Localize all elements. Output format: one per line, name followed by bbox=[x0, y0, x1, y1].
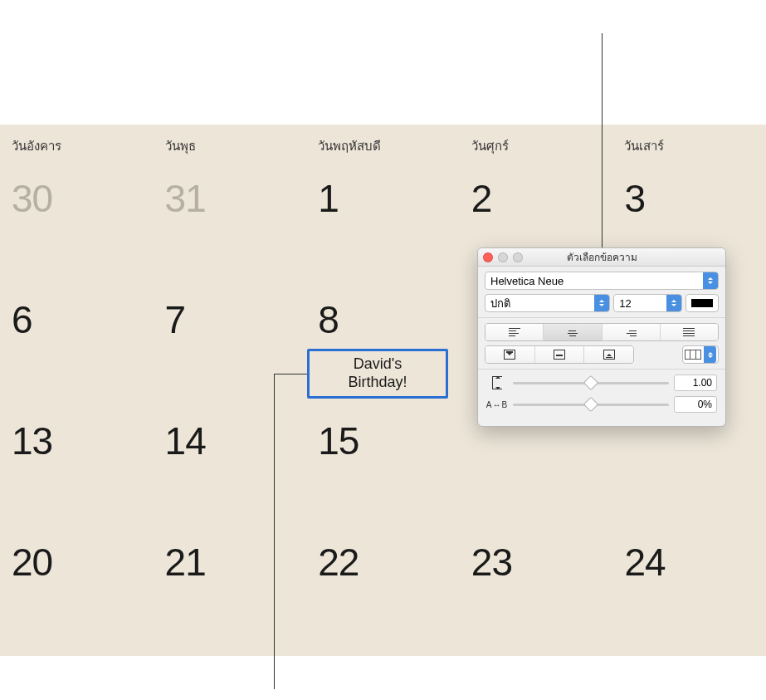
day-number: 31 bbox=[154, 163, 307, 221]
day-header-thu: วันพฤหัสบดี bbox=[306, 125, 460, 163]
font-style-value: ปกติ bbox=[490, 295, 510, 312]
align-center-button[interactable] bbox=[544, 324, 602, 340]
dropdown-stepper-icon bbox=[703, 272, 718, 289]
day-cell[interactable]: 24 bbox=[612, 526, 766, 648]
day-number: 7 bbox=[154, 284, 307, 342]
day-number: 3 bbox=[612, 163, 766, 221]
day-number: 23 bbox=[460, 526, 613, 585]
day-cell[interactable]: 1 bbox=[306, 163, 460, 284]
valign-top-icon bbox=[504, 350, 515, 360]
day-cell[interactable]: 14 bbox=[154, 405, 307, 526]
day-cell[interactable]: 21 bbox=[154, 526, 307, 648]
day-cell[interactable]: 7 bbox=[154, 284, 307, 405]
day-number: 15 bbox=[306, 405, 460, 463]
font-family-value: Helvetica Neue bbox=[490, 275, 564, 287]
valign-middle-icon bbox=[554, 350, 565, 360]
align-left-button[interactable] bbox=[485, 324, 544, 340]
day-number: 8 bbox=[306, 284, 460, 342]
day-header-sat: วันเสาร์ bbox=[612, 125, 766, 163]
line-spacing-slider[interactable] bbox=[513, 376, 669, 389]
day-cell[interactable]: 31 bbox=[154, 163, 307, 284]
event-text-box[interactable]: David's Birthday! bbox=[307, 349, 448, 399]
line-spacing-icon bbox=[486, 376, 508, 389]
day-header-tue: วันอังคาร bbox=[0, 125, 154, 163]
line-spacing-field[interactable]: 1.00 bbox=[674, 374, 717, 391]
day-number: 13 bbox=[0, 405, 154, 463]
day-header-fri: วันศุกร์ bbox=[460, 125, 613, 163]
day-number: 20 bbox=[0, 526, 154, 585]
separator bbox=[478, 369, 725, 370]
day-cell[interactable]: 15 bbox=[306, 405, 460, 526]
day-cell[interactable]: 20 bbox=[0, 526, 154, 648]
day-cell[interactable]: 22 bbox=[306, 526, 460, 648]
horizontal-alignment-group bbox=[485, 323, 719, 341]
day-cell[interactable]: 6 bbox=[0, 284, 154, 405]
align-center-icon bbox=[567, 328, 578, 337]
valign-top-button[interactable] bbox=[485, 346, 535, 363]
day-number: 24 bbox=[612, 526, 766, 585]
font-size-select[interactable]: 12 bbox=[613, 294, 682, 312]
char-spacing-icon: A↔B bbox=[486, 400, 508, 409]
columns-select[interactable] bbox=[682, 345, 719, 364]
dropdown-stepper-icon bbox=[704, 346, 716, 363]
font-size-value: 12 bbox=[619, 297, 631, 310]
valign-middle-button[interactable] bbox=[535, 346, 585, 363]
event-text: David's Birthday! bbox=[348, 355, 407, 391]
char-spacing-slider[interactable] bbox=[513, 398, 669, 411]
panel-title: ตัวเลือกข้อความ bbox=[478, 249, 725, 265]
align-right-button[interactable] bbox=[603, 324, 661, 340]
char-spacing-field[interactable]: 0% bbox=[674, 396, 717, 413]
separator bbox=[478, 317, 725, 318]
columns-icon bbox=[685, 350, 701, 360]
valign-bottom-button[interactable] bbox=[584, 346, 633, 363]
color-swatch bbox=[691, 299, 713, 307]
vertical-alignment-group bbox=[485, 345, 634, 364]
text-color-well[interactable] bbox=[685, 294, 719, 312]
font-family-select[interactable]: Helvetica Neue bbox=[485, 272, 719, 290]
align-justify-icon bbox=[683, 328, 695, 337]
dropdown-stepper-icon bbox=[666, 295, 681, 311]
day-number: 30 bbox=[0, 163, 154, 221]
align-right-icon bbox=[625, 328, 637, 337]
callout-line bbox=[602, 33, 603, 247]
day-cell[interactable]: 23 bbox=[460, 526, 613, 648]
callout-line bbox=[274, 374, 275, 689]
day-header-wed: วันพุธ bbox=[154, 125, 307, 163]
day-number: 21 bbox=[154, 526, 307, 585]
panel-titlebar[interactable]: ตัวเลือกข้อความ bbox=[478, 248, 725, 267]
align-left-icon bbox=[509, 328, 520, 337]
font-style-select[interactable]: ปกติ bbox=[485, 294, 610, 312]
day-number: 1 bbox=[306, 163, 460, 221]
dropdown-stepper-icon bbox=[594, 295, 609, 311]
valign-bottom-icon bbox=[603, 350, 615, 360]
callout-line bbox=[274, 374, 307, 374]
day-number: 2 bbox=[460, 163, 613, 221]
day-cell[interactable]: 30 bbox=[0, 163, 154, 284]
align-justify-button[interactable] bbox=[661, 324, 718, 340]
day-number: 14 bbox=[154, 405, 307, 463]
day-cell[interactable]: 13 bbox=[0, 405, 154, 526]
day-number: 6 bbox=[0, 284, 154, 342]
text-options-panel: ตัวเลือกข้อความ Helvetica Neue ปกติ 12 bbox=[477, 247, 726, 427]
day-number: 22 bbox=[306, 526, 460, 585]
